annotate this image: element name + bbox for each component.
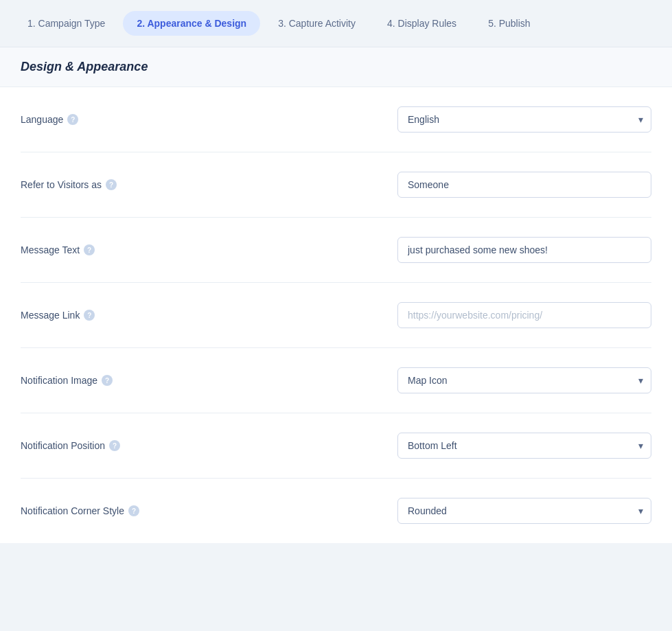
- label-group-notification-position: Notification Position?: [21, 440, 120, 451]
- form-row-notification-image: Notification Image?Map IconNo ImageCusto…: [21, 348, 651, 413]
- section-title: Design & Appearance: [21, 60, 651, 74]
- label-group-message-text: Message Text?: [21, 244, 95, 255]
- field-label-message-link: Message Link: [21, 310, 80, 321]
- select-notification-position[interactable]: Bottom LeftBottom RightTop LeftTop Right: [397, 433, 651, 459]
- select-wrapper-notification-position: Bottom LeftBottom RightTop LeftTop Right…: [397, 433, 651, 459]
- form-row-notification-corner-style: Notification Corner Style?RoundedSquareP…: [21, 479, 651, 543]
- select-wrapper-language: EnglishFrenchSpanishGerman▾: [397, 106, 651, 133]
- help-icon-message-link[interactable]: ?: [84, 310, 95, 321]
- nav-tab-appearance-design[interactable]: 2. Appearance & Design: [123, 11, 260, 36]
- field-control-notification-position: Bottom LeftBottom RightTop LeftTop Right…: [397, 433, 651, 459]
- form-row-message-text: Message Text?: [21, 218, 651, 283]
- form-container: Language?EnglishFrenchSpanishGerman▾Refe…: [0, 87, 672, 543]
- help-icon-notification-corner-style[interactable]: ?: [128, 505, 139, 516]
- help-icon-notification-image[interactable]: ?: [102, 375, 113, 386]
- label-group-notification-image: Notification Image?: [21, 375, 113, 386]
- input-message-text[interactable]: [397, 237, 651, 263]
- field-label-language: Language: [21, 114, 63, 125]
- field-label-message-text: Message Text: [21, 244, 80, 255]
- select-wrapper-notification-image: Map IconNo ImageCustom Image▾: [397, 367, 651, 393]
- form-row-language: Language?EnglishFrenchSpanishGerman▾: [21, 87, 651, 152]
- label-group-language: Language?: [21, 114, 78, 125]
- form-row-refer-to-visitors: Refer to Visitors as?: [21, 152, 651, 218]
- section-header: Design & Appearance: [0, 47, 672, 87]
- form-row-message-link: Message Link?: [21, 283, 651, 348]
- input-message-link[interactable]: [397, 302, 651, 328]
- label-group-message-link: Message Link?: [21, 310, 95, 321]
- input-refer-to-visitors[interactable]: [397, 172, 651, 198]
- main-content: Design & Appearance Language?EnglishFren…: [0, 47, 672, 543]
- label-group-refer-to-visitors: Refer to Visitors as?: [21, 179, 117, 190]
- help-icon-notification-position[interactable]: ?: [109, 440, 120, 451]
- help-icon-refer-to-visitors[interactable]: ?: [106, 179, 117, 190]
- field-control-language: EnglishFrenchSpanishGerman▾: [397, 106, 651, 133]
- select-notification-image[interactable]: Map IconNo ImageCustom Image: [397, 367, 651, 393]
- field-control-message-text: [397, 237, 651, 263]
- nav-tab-display-rules[interactable]: 4. Display Rules: [373, 11, 470, 36]
- select-notification-corner-style[interactable]: RoundedSquarePill: [397, 498, 651, 524]
- help-icon-language[interactable]: ?: [67, 114, 78, 125]
- field-label-notification-corner-style: Notification Corner Style: [21, 505, 124, 516]
- field-control-notification-corner-style: RoundedSquarePill▾: [397, 498, 651, 524]
- help-icon-message-text[interactable]: ?: [84, 244, 95, 255]
- field-control-refer-to-visitors: [397, 172, 651, 198]
- nav-tab-campaign-type[interactable]: 1. Campaign Type: [14, 11, 119, 36]
- nav-tab-publish[interactable]: 5. Publish: [474, 11, 544, 36]
- field-control-notification-image: Map IconNo ImageCustom Image▾: [397, 367, 651, 393]
- top-navigation: 1. Campaign Type2. Appearance & Design3.…: [0, 0, 672, 47]
- select-wrapper-notification-corner-style: RoundedSquarePill▾: [397, 498, 651, 524]
- nav-tab-capture-activity[interactable]: 3. Capture Activity: [264, 11, 369, 36]
- field-control-message-link: [397, 302, 651, 328]
- field-label-notification-image: Notification Image: [21, 375, 97, 386]
- field-label-notification-position: Notification Position: [21, 440, 105, 451]
- field-label-refer-to-visitors: Refer to Visitors as: [21, 179, 102, 190]
- form-row-notification-position: Notification Position?Bottom LeftBottom …: [21, 413, 651, 479]
- select-language[interactable]: EnglishFrenchSpanishGerman: [397, 106, 651, 133]
- label-group-notification-corner-style: Notification Corner Style?: [21, 505, 139, 516]
